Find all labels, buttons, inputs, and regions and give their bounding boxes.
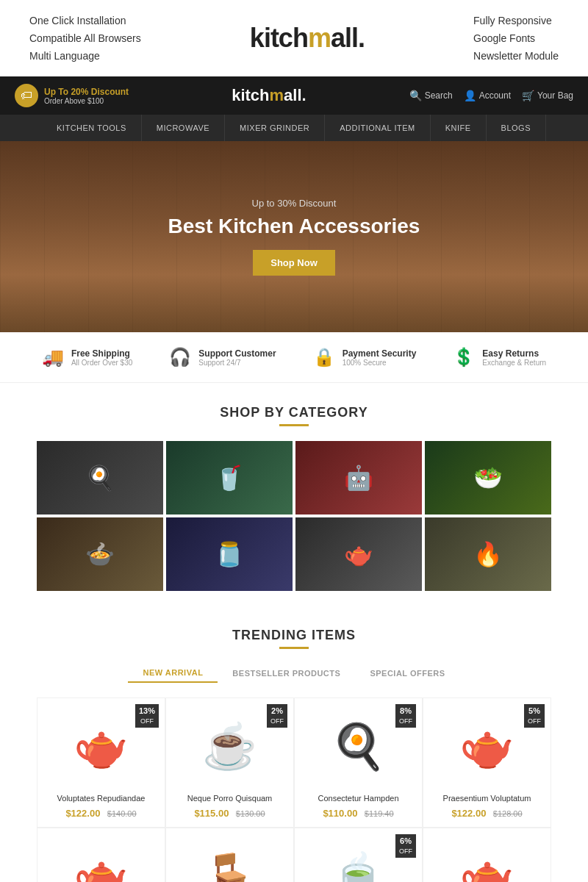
search-label: Search — [425, 90, 453, 101]
product-image-5: 🫖 — [45, 836, 157, 882]
payment-desc: Payment Security 100% Secure — [343, 348, 417, 367]
support-sub: Support 24/7 — [198, 359, 276, 367]
header-actions: 🔍 Search 👤 Account 🛒 Your Bag — [409, 90, 573, 101]
trending-divider — [279, 647, 309, 649]
trending-title: TRENDING ITEMS — [0, 628, 588, 643]
bag-label: Your Bag — [537, 90, 573, 101]
category-icon-5: 🍲 — [37, 517, 163, 591]
nav-kitchen-tools[interactable]: KITCHEN TOOLS — [42, 115, 142, 141]
returns-feature: 💲 Easy Returns Exchange & Return — [453, 347, 546, 368]
logo-text: kitchmall. — [250, 23, 365, 54]
bag-action[interactable]: 🛒 Your Bag — [522, 90, 573, 101]
category-item-2[interactable]: 🥤 — [166, 441, 293, 514]
product-card-4[interactable]: 5% OFF 🫖 Praesentium Voluptatum $122.00 … — [423, 698, 551, 828]
product-card-2[interactable]: 2% OFF ☕ Neque Porro Quisquam $115.00 $1… — [165, 698, 294, 828]
old-price-4: $128.00 — [493, 809, 523, 818]
category-divider — [279, 424, 309, 426]
discount-text: Up To 20% Discount Order Above $100 — [44, 87, 129, 105]
bag-icon: 🛒 — [522, 90, 534, 101]
product-price-2: $115.00 $130.00 — [173, 806, 286, 820]
category-item-6[interactable]: 🫙 — [166, 517, 293, 591]
nav-blogs[interactable]: BLOGS — [487, 115, 546, 141]
products-grid-row1: 13% OFF 🫖 Voluptates Repudiandae $122.00… — [0, 698, 588, 828]
category-item-3[interactable]: 🤖 — [295, 441, 422, 514]
product-name-3: Consectetur Hampden — [302, 794, 415, 803]
category-icon-1: 🍳 — [37, 441, 163, 514]
new-price-4: $122.00 — [451, 808, 486, 819]
product-name-2: Neque Porro Quisquam — [173, 794, 286, 803]
discount-info: 🏷 Up To 20% Discount Order Above $100 — [15, 84, 129, 107]
category-item-8[interactable]: 🔥 — [425, 517, 551, 591]
product-icon-5: 🫖 — [74, 850, 129, 883]
support-title: Support Customer — [198, 348, 276, 359]
trending-section: TRENDING ITEMS NEW ARRIVAL BESTSELLER PR… — [0, 598, 588, 882]
search-action[interactable]: 🔍 Search — [409, 90, 453, 101]
shipping-desc: Free Shipping All Order Over $30 — [71, 348, 132, 367]
product-badge-4: 5% OFF — [524, 704, 545, 728]
hero-content: Up to 30% Discount Best Kitchen Accessor… — [168, 198, 420, 276]
payment-icon: 🔒 — [313, 347, 335, 368]
shipping-sub: All Order Over $30 — [71, 359, 132, 367]
category-icon-7: 🫖 — [295, 517, 422, 591]
nav-mixer-grinder[interactable]: MIXER GRINDER — [225, 115, 325, 141]
product-card-3[interactable]: 8% OFF 🍳 Consectetur Hampden $110.00 $11… — [294, 698, 423, 828]
shipping-title: Free Shipping — [71, 348, 132, 359]
shop-by-category: SHOP BY CATEGORY 🍳 🥤 🤖 🥗 🍲 🫙 🫖 🔥 — [0, 405, 588, 591]
tab-new-arrival[interactable]: NEW ARRIVAL — [128, 664, 218, 683]
new-price-2: $115.00 — [194, 808, 229, 819]
product-icon-3: 🍳 — [331, 720, 386, 772]
nav-additional-item[interactable]: ADDITIONAL ITEM — [325, 115, 430, 141]
product-badge-3: 8% OFF — [395, 704, 416, 728]
product-name-4: Praesentium Voluptatum — [431, 794, 543, 803]
returns-sub: Exchange & Return — [482, 359, 546, 367]
product-card-7[interactable]: 6% OFF 🍵 Pour Over Kettle $89.00 $105.00 — [294, 828, 423, 882]
payment-sub: 100% Secure — [343, 359, 417, 367]
brand-logo: kitchmall. — [250, 23, 365, 54]
free-shipping-feature: 🚚 Free Shipping All Order Over $30 — [42, 347, 132, 368]
discount-title: Up To 20% Discount — [44, 87, 129, 97]
feature-1: One Click Installation — [29, 15, 141, 26]
store-header: 🏷 Up To 20% Discount Order Above $100 ki… — [0, 76, 588, 115]
feature-4: Fully Responsive — [473, 15, 559, 26]
product-icon-7: 🍵 — [331, 850, 386, 883]
discount-sub: Order Above $100 — [44, 97, 129, 105]
product-badge-7: 6% OFF — [395, 834, 416, 858]
feature-right: Fully Responsive Google Fonts Newsletter… — [473, 15, 559, 62]
category-item-4[interactable]: 🥗 — [425, 441, 551, 514]
support-desc: Support Customer Support 24/7 — [198, 348, 276, 367]
tab-special-offers[interactable]: SPECIAL OFFERS — [355, 664, 459, 683]
new-price-1: $122.00 — [65, 808, 100, 819]
search-icon: 🔍 — [409, 90, 422, 101]
old-price-1: $140.00 — [107, 809, 137, 818]
product-badge-2: 2% OFF — [267, 704, 287, 728]
category-grid: 🍳 🥤 🤖 🥗 🍲 🫙 🫖 🔥 — [0, 441, 588, 591]
tab-bestseller[interactable]: BESTSELLER PRODUCTS — [218, 664, 355, 683]
product-image-8: 🫖 — [431, 836, 543, 882]
returns-title: Easy Returns — [482, 348, 546, 359]
nav-knife[interactable]: KNIFE — [431, 115, 487, 141]
product-icon-4: 🫖 — [459, 720, 514, 772]
category-item-1[interactable]: 🍳 — [37, 441, 163, 514]
product-card-1[interactable]: 13% OFF 🫖 Voluptates Repudiandae $122.00… — [37, 698, 165, 828]
category-item-7[interactable]: 🫖 — [295, 517, 422, 591]
account-icon: 👤 — [464, 90, 476, 101]
product-card-5[interactable]: 🫖 Kitchen Kettle Black $98.00 $120.00 — [37, 828, 165, 882]
account-action[interactable]: 👤 Account — [464, 90, 511, 101]
category-icon-3: 🤖 — [295, 441, 422, 514]
product-icon-2: ☕ — [202, 720, 257, 772]
category-item-5[interactable]: 🍲 — [37, 517, 163, 591]
discount-icon: 🏷 — [15, 84, 38, 107]
nav-microwave[interactable]: MICROWAVE — [142, 115, 225, 141]
feature-bar: One Click Installation Compatible All Br… — [0, 0, 588, 76]
shop-now-button[interactable]: Shop Now — [253, 250, 335, 276]
main-navigation: KITCHEN TOOLS MICROWAVE MIXER GRINDER AD… — [0, 115, 588, 141]
product-card-6[interactable]: 🪑 Nordic Stool Stand $75.00 $90.00 — [165, 828, 294, 882]
shipping-icon: 🚚 — [42, 347, 64, 368]
store-logo: kitchmall. — [232, 86, 306, 105]
product-name-1: Voluptates Repudiandae — [45, 794, 157, 803]
product-card-8[interactable]: 🫖 Black Bucket Kettle $112.00 $135.00 — [423, 828, 551, 882]
features-strip: 🚚 Free Shipping All Order Over $30 🎧 Sup… — [0, 332, 588, 383]
product-icon-6: 🪑 — [202, 850, 257, 883]
product-price-1: $122.00 $140.00 — [45, 806, 157, 820]
payment-title: Payment Security — [343, 348, 417, 359]
